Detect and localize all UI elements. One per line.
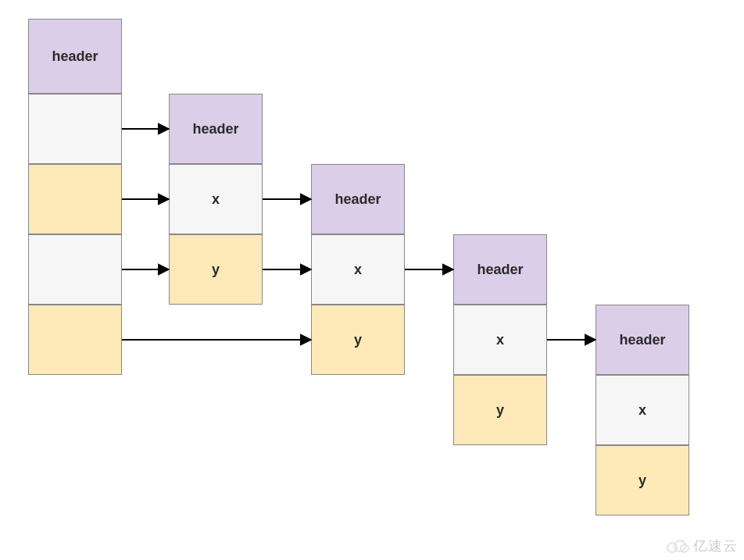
col3-x: x [453, 305, 547, 375]
col0-slot-1 [28, 94, 122, 164]
col0-slot-2 [28, 164, 122, 234]
col3-y: y [453, 375, 547, 445]
col2-x: x [311, 234, 405, 305]
col3-header: header [453, 234, 547, 305]
col1-header: header [169, 94, 263, 164]
col0-slot-4 [28, 305, 122, 375]
col2-y: y [311, 305, 405, 375]
col4-header: header [596, 305, 689, 375]
col1-y: y [169, 234, 263, 305]
col0-slot-3 [28, 234, 122, 305]
cloud-icon [664, 537, 690, 555]
col4-x: x [596, 375, 689, 445]
watermark: 亿速云 [664, 537, 738, 555]
col1-x: x [169, 164, 263, 234]
col4-y: y [596, 445, 689, 515]
col2-header: header [311, 164, 405, 234]
col0-header: header [28, 19, 122, 94]
watermark-text: 亿速云 [693, 537, 738, 555]
